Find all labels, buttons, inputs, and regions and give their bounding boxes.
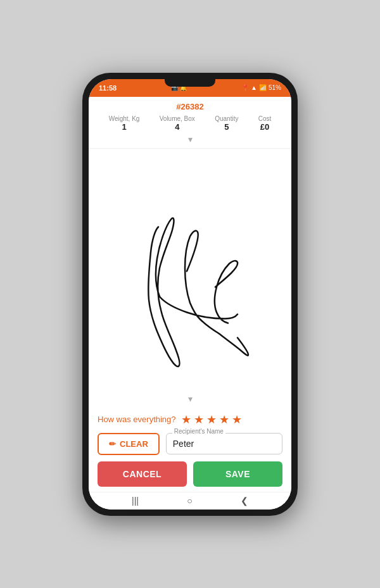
cost-item: Cost £0: [258, 115, 272, 132]
weight-item: Weight, Kg 1: [109, 115, 140, 132]
star-3[interactable]: ★: [206, 413, 217, 427]
eraser-icon: ✏: [109, 439, 116, 449]
star-5[interactable]: ★: [232, 413, 242, 427]
recents-nav-icon[interactable]: |||: [132, 496, 139, 506]
recipient-name-input[interactable]: [166, 433, 282, 454]
phone-frame: 11:58 📷 🔔 📍 ▲ 📶 51% #26382 Weight, Kg 1 …: [82, 73, 298, 516]
volume-label: Volume, Box: [160, 115, 195, 122]
order-id: #26382: [99, 102, 281, 111]
chevron-collapse-icon[interactable]: ▾: [188, 394, 193, 404]
star-2[interactable]: ★: [194, 413, 204, 427]
quantity-label: Quantity: [215, 115, 238, 122]
clear-button[interactable]: ✏ CLEAR: [98, 433, 160, 455]
recipient-floating-label: Recipient's Name: [172, 428, 225, 435]
home-nav-icon[interactable]: ○: [187, 496, 192, 506]
status-icons-right: 📍 ▲ 📶 51%: [241, 84, 281, 91]
signature-area[interactable]: ▾: [89, 149, 291, 406]
signal-icon: 📶: [259, 84, 267, 91]
battery-text: 51%: [269, 84, 281, 91]
quantity-value: 5: [215, 122, 238, 132]
bottom-area: How was everything? ★ ★ ★ ★ ★ ✏ CLEAR Re…: [89, 406, 291, 492]
quantity-item: Quantity 5: [215, 115, 238, 132]
clear-button-label: CLEAR: [120, 439, 148, 449]
location-icon: 📍: [241, 84, 249, 91]
star-4[interactable]: ★: [219, 413, 229, 427]
action-buttons: CANCEL SAVE: [98, 461, 282, 487]
recipient-field-wrapper: Recipient's Name: [166, 433, 282, 454]
cancel-button[interactable]: CANCEL: [98, 461, 187, 487]
star-1[interactable]: ★: [181, 413, 191, 427]
weight-label: Weight, Kg: [109, 115, 140, 122]
rating-row: How was everything? ★ ★ ★ ★ ★: [98, 413, 282, 427]
header-area: #26382 Weight, Kg 1 Volume, Box 4 Quanti…: [89, 97, 291, 149]
cost-value: £0: [258, 122, 272, 132]
signature-canvas[interactable]: [89, 149, 291, 406]
wifi-icon: ▲: [251, 84, 257, 91]
chevron-expand-icon[interactable]: ▾: [99, 132, 281, 144]
nav-bar: ||| ○ ❮: [89, 492, 291, 510]
volume-value: 4: [160, 122, 195, 132]
cost-label: Cost: [258, 115, 272, 122]
star-rating[interactable]: ★ ★ ★ ★ ★: [181, 413, 242, 427]
notch: [165, 79, 215, 87]
save-button[interactable]: SAVE: [193, 461, 282, 487]
back-nav-icon[interactable]: ❮: [241, 496, 248, 506]
controls-row: ✏ CLEAR Recipient's Name: [98, 433, 282, 455]
order-details: Weight, Kg 1 Volume, Box 4 Quantity 5 Co…: [99, 115, 281, 132]
volume-item: Volume, Box 4: [160, 115, 195, 132]
rating-label: How was everything?: [98, 415, 176, 424]
weight-value: 1: [109, 122, 140, 132]
phone-screen: 11:58 📷 🔔 📍 ▲ 📶 51% #26382 Weight, Kg 1 …: [89, 79, 291, 510]
status-time: 11:58: [99, 84, 117, 92]
